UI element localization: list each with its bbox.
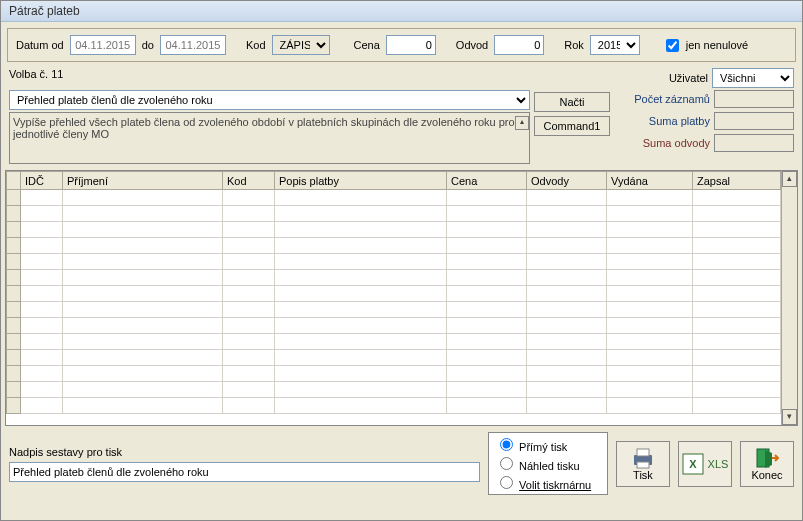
col-idc[interactable]: IDČ	[21, 172, 63, 190]
table-row[interactable]	[7, 398, 781, 414]
input-datum-do[interactable]	[160, 35, 226, 55]
label-odvod: Odvod	[456, 39, 488, 51]
table-row[interactable]	[7, 190, 781, 206]
svg-text:X: X	[689, 458, 697, 470]
value-pocet	[714, 90, 794, 108]
input-odvod[interactable]	[494, 35, 544, 55]
table-row[interactable]	[7, 222, 781, 238]
data-grid[interactable]: IDČ Příjmení Kod Popis platby Cena Odvod…	[5, 170, 798, 426]
table-row[interactable]	[7, 286, 781, 302]
label-rok: Rok	[564, 39, 584, 51]
description-box: Vypíše přehled všech plateb člena od zvo…	[9, 112, 530, 164]
label-cena: Cena	[354, 39, 380, 51]
xls-button[interactable]: X XLS	[678, 441, 732, 487]
table-row[interactable]	[7, 254, 781, 270]
label-uzivatel: Uživatel	[669, 72, 708, 84]
table-row[interactable]	[7, 334, 781, 350]
label-pocet: Počet záznamů	[614, 93, 710, 105]
col-popis[interactable]: Popis platby	[275, 172, 447, 190]
select-rok[interactable]: 2015	[590, 35, 640, 55]
nacti-button[interactable]: Načti	[534, 92, 610, 112]
radio-primy-tisk[interactable]: Přímý tisk	[495, 435, 601, 454]
label-volba: Volba č. 11	[9, 68, 63, 88]
label-do: do	[142, 39, 154, 51]
col-zapsal[interactable]: Zapsal	[693, 172, 781, 190]
input-cena[interactable]	[386, 35, 436, 55]
radio-volit-tiskarnu[interactable]: Volit tiskrnárnu	[495, 473, 601, 492]
table-row[interactable]	[7, 302, 781, 318]
table-row[interactable]	[7, 382, 781, 398]
label-suma-odvody: Suma odvody	[614, 137, 710, 149]
checkbox-jen-nenulove[interactable]: jen nenulové	[662, 36, 748, 55]
value-suma-platby	[714, 112, 794, 130]
printer-icon	[631, 447, 655, 469]
label-kod: Kod	[246, 39, 266, 51]
exit-icon	[755, 447, 779, 469]
table-row[interactable]	[7, 366, 781, 382]
table-row[interactable]	[7, 270, 781, 286]
table-row[interactable]	[7, 318, 781, 334]
grid-corner	[7, 172, 21, 190]
scroll-up-icon[interactable]: ▴	[515, 116, 529, 130]
label-datum-od: Datum od	[16, 39, 64, 51]
radio-nahled-tisku[interactable]: Náhled tisku	[495, 454, 601, 473]
tisk-button[interactable]: Tisk	[616, 441, 670, 487]
col-odvody[interactable]: Odvody	[527, 172, 607, 190]
select-report[interactable]: Přehled plateb členů dle zvoleného roku	[9, 90, 530, 110]
label-nadpis: Nadpis sestavy pro tisk	[9, 446, 480, 458]
command1-button[interactable]: Command1	[534, 116, 610, 136]
konec-button[interactable]: Konec	[740, 441, 794, 487]
select-kod[interactable]: ZÁPIS	[272, 35, 330, 55]
window-title: Pátrač plateb	[1, 1, 802, 22]
value-suma-odvody	[714, 134, 794, 152]
col-cena[interactable]: Cena	[447, 172, 527, 190]
svg-rect-1	[637, 449, 649, 456]
scroll-down-icon[interactable]: ▾	[782, 409, 797, 425]
table-row[interactable]	[7, 350, 781, 366]
filter-panel: Datum od do Kod ZÁPIS Cena Odvod Rok 201…	[7, 28, 796, 62]
label-suma-platby: Suma platby	[614, 115, 710, 127]
col-prijmeni[interactable]: Příjmení	[63, 172, 223, 190]
input-nadpis[interactable]	[9, 462, 480, 482]
table-row[interactable]	[7, 206, 781, 222]
col-kod[interactable]: Kod	[223, 172, 275, 190]
col-vydana[interactable]: Vydána	[607, 172, 693, 190]
scroll-up-icon[interactable]: ▴	[782, 171, 797, 187]
checkbox-jen-nenulove-input[interactable]	[666, 39, 679, 52]
input-datum-od[interactable]	[70, 35, 136, 55]
table-row[interactable]	[7, 238, 781, 254]
svg-rect-2	[637, 462, 649, 468]
select-uzivatel[interactable]: Všichni	[712, 68, 794, 88]
print-mode-group: Přímý tisk Náhled tisku Volit tiskrnárnu	[488, 432, 608, 495]
scrollbar-vertical[interactable]: ▴ ▾	[781, 171, 797, 425]
excel-icon: X	[682, 453, 704, 475]
